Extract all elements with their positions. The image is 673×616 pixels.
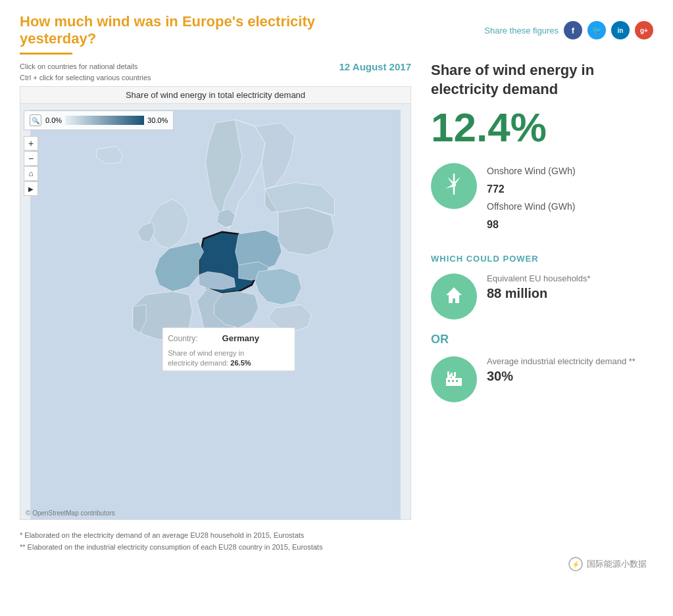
header: How much wind was in Europe's electricit… xyxy=(20,13,653,47)
map-header-info: Click on countries for national details … xyxy=(20,61,411,83)
or-label: OR xyxy=(431,333,653,346)
legend-bar: 0.0% 30.0% xyxy=(45,116,168,125)
map-copyright: © OpenStreetMap contributors xyxy=(26,509,115,517)
offshore-label: Offshore Wind (GWh) xyxy=(487,199,576,215)
footnote2: ** Elaborated on the industrial electric… xyxy=(20,542,653,554)
svg-text:electricity demand: 26.5%: electricity demand: 26.5% xyxy=(168,359,251,367)
households-data: Equivalent EU households* 88 million xyxy=(487,273,591,301)
factory-circle xyxy=(431,356,477,402)
googleplus-icon[interactable]: g+ xyxy=(635,21,653,39)
svg-text:Germany: Germany xyxy=(222,333,260,343)
page-wrapper: How much wind was in Europe's electricit… xyxy=(0,0,673,585)
zoom-out-button[interactable]: − xyxy=(24,151,38,166)
svg-text:⚡: ⚡ xyxy=(572,560,580,569)
home-button[interactable]: ⌂ xyxy=(24,166,38,181)
svg-rect-12 xyxy=(447,371,449,376)
main-title: How much wind was in Europe's electricit… xyxy=(20,13,388,47)
house-icon xyxy=(442,283,466,310)
households-row: Equivalent EU households* 88 million xyxy=(431,273,653,320)
twitter-icon[interactable]: 🐦 xyxy=(587,21,606,39)
stats-main-title: Share of wind energy in electricity dema… xyxy=(431,61,653,99)
industrial-row: Average industrial electricity demand **… xyxy=(431,356,653,402)
wind-stats-row: Onshore Wind (GWh) 772 Offshore Wind (GW… xyxy=(431,163,653,234)
legend-gradient xyxy=(65,116,144,125)
svg-rect-13 xyxy=(451,373,453,377)
map-instructions: Click on countries for national details … xyxy=(20,61,151,83)
footnote1: * Elaborated on the electricity demand o… xyxy=(20,530,653,542)
map-container[interactable]: Share of wind energy in total electricit… xyxy=(20,86,411,520)
stats-panel: Share of wind energy in electricity dema… xyxy=(411,61,653,520)
facebook-icon[interactable]: f xyxy=(564,21,582,39)
industrial-value: 30% xyxy=(487,369,636,384)
offshore-value: 98 xyxy=(487,219,499,230)
footnotes: * Elaborated on the electricity demand o… xyxy=(20,530,653,553)
legend-max: 30.0% xyxy=(147,116,168,124)
map-svg-area: Country: Germany Share of wind energy in… xyxy=(20,110,411,519)
svg-text:Country:: Country: xyxy=(168,334,198,343)
svg-rect-14 xyxy=(454,372,456,377)
map-title-bar: Share of wind energy in total electricit… xyxy=(20,87,411,104)
industrial-data: Average industrial electricity demand **… xyxy=(487,356,636,384)
map-date: 12 August 2017 xyxy=(339,61,412,72)
households-label: Equivalent EU households* xyxy=(487,273,591,283)
map-legend: 🔍 0.0% 30.0% xyxy=(24,110,174,130)
share-text: Share these figures xyxy=(484,26,559,36)
logo-icon: ⚡ xyxy=(568,556,584,572)
main-layout: Click on countries for national details … xyxy=(20,61,653,520)
wind-data: Onshore Wind (GWh) 772 Offshore Wind (GW… xyxy=(487,163,576,234)
instruction2: Ctrl + click for selecting various count… xyxy=(20,72,151,83)
onshore-label: Onshore Wind (GWh) xyxy=(487,163,576,179)
households-value: 88 million xyxy=(487,286,591,301)
linkedin-icon[interactable]: in xyxy=(611,21,630,39)
legend-min: 0.0% xyxy=(45,116,62,124)
wind-turbine-circle xyxy=(431,163,477,209)
bottom-right: ⚡ 国际能源小数据 xyxy=(20,556,653,572)
share-section: Share these figures f 🐦 in g+ xyxy=(484,21,653,39)
which-could-power-label: WHICH COULD POWER xyxy=(431,254,653,264)
play-button[interactable]: ▶ xyxy=(24,181,38,196)
logo-text: ⚡ 国际能源小数据 xyxy=(568,556,647,572)
map-controls: + − ⌂ ▶ xyxy=(24,136,38,196)
onshore-value: 772 xyxy=(487,183,505,195)
house-circle xyxy=(431,273,477,320)
svg-rect-15 xyxy=(448,380,450,382)
industrial-label: Average industrial electricity demand ** xyxy=(487,356,636,366)
search-icon[interactable]: 🔍 xyxy=(30,114,41,126)
europe-map-svg: Country: Germany Share of wind energy in… xyxy=(20,110,411,519)
stats-percentage: 12.4% xyxy=(431,105,653,150)
instruction1: Click on countries for national details xyxy=(20,61,151,72)
svg-text:Share of wind energy in: Share of wind energy in xyxy=(168,349,244,357)
factory-icon xyxy=(442,366,466,392)
svg-rect-17 xyxy=(456,380,458,382)
svg-rect-16 xyxy=(452,380,454,382)
map-panel: Click on countries for national details … xyxy=(20,61,411,520)
title-underline xyxy=(20,53,72,55)
zoom-in-button[interactable]: + xyxy=(24,136,38,151)
logo-label: 国际能源小数据 xyxy=(587,558,647,570)
wind-turbine-icon xyxy=(441,170,467,202)
